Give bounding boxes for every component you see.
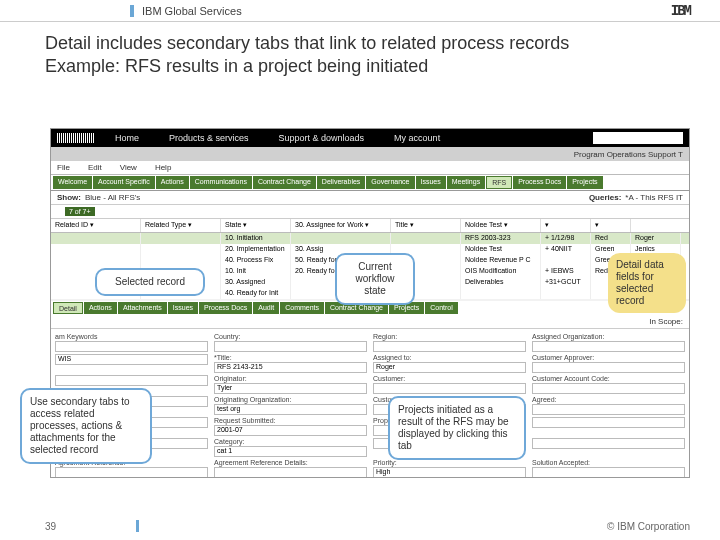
menu-view[interactable]: View (120, 163, 137, 172)
menu-file[interactable]: File (57, 163, 70, 172)
ibm-logo: IBM (671, 3, 690, 19)
form-field: Customer Account Code: (532, 375, 685, 394)
tab-process-docs[interactable]: Process Docs (513, 176, 566, 189)
col-header[interactable]: Related Type ▾ (141, 219, 221, 232)
subtab-issues[interactable]: Issues (168, 302, 198, 314)
search-input[interactable] (593, 132, 683, 144)
form-input[interactable] (532, 467, 685, 478)
page-number: 39 (45, 521, 56, 532)
form-field: am Keywords (55, 333, 208, 352)
form-input[interactable] (532, 362, 685, 373)
scope-label: In Scope: (649, 317, 683, 326)
queries-label: Queries: (589, 193, 621, 202)
nav-account[interactable]: My account (394, 133, 440, 143)
count-row: 7 of 7+ (51, 205, 689, 219)
tab-issues[interactable]: Issues (416, 176, 446, 189)
form-field (532, 438, 685, 457)
program-title: Program Operations Support T (574, 150, 683, 159)
tab-account-specific[interactable]: Account Specific (93, 176, 155, 189)
form-field: Request Submitted:2001-07 (214, 417, 367, 436)
tab-actions[interactable]: Actions (156, 176, 189, 189)
form-field: Assigned Organization: (532, 333, 685, 352)
menu-help[interactable]: Help (155, 163, 171, 172)
form-input[interactable] (532, 438, 685, 449)
slide-title: Detail includes secondary tabs that link… (0, 22, 720, 81)
title-line-2: Example: RFS results in a project being … (45, 55, 680, 78)
form-input[interactable] (55, 341, 208, 352)
nav-products[interactable]: Products & services (169, 133, 249, 143)
subtab-control[interactable]: Control (425, 302, 458, 314)
filter-row: Show: Blue - All RFS's Queries: *A - Thi… (51, 191, 689, 205)
tab-projects[interactable]: Projects (567, 176, 602, 189)
tab-contract-change[interactable]: Contract Change (253, 176, 316, 189)
form-input[interactable]: RFS 2143-215 (214, 362, 367, 373)
slide-header: IBM Global Services IBM (0, 0, 720, 22)
form-input[interactable] (214, 467, 367, 478)
form-input[interactable]: 2001-07 (214, 425, 367, 436)
callout-workflow-state: Current workflow state (335, 253, 415, 305)
subtab-audit[interactable]: Audit (253, 302, 279, 314)
col-header[interactable]: Related ID ▾ (51, 219, 141, 232)
slide-footer: 39 © IBM Corporation (0, 520, 720, 532)
show-value[interactable]: Blue - All RFS's (85, 193, 140, 202)
form-input[interactable]: Roger (373, 362, 526, 373)
form-input[interactable]: High (373, 467, 526, 478)
form-field: Solution Accepted: (532, 459, 685, 478)
table-row[interactable]: 10. InitiationRFS 2003-323+ 1/12/98RedRo… (51, 233, 689, 244)
col-header[interactable]: ▾ (591, 219, 631, 232)
ibm-logo-small (57, 133, 95, 143)
tab-governance[interactable]: Governance (366, 176, 414, 189)
form-field: Originating Organization:test org (214, 396, 367, 415)
tab-rfs[interactable]: RFS (486, 176, 512, 189)
tab-communications[interactable]: Communications (190, 176, 252, 189)
nav-home[interactable]: Home (115, 133, 139, 143)
form-input[interactable] (55, 375, 208, 386)
footer-accent (136, 520, 139, 532)
form-input[interactable]: test org (214, 404, 367, 415)
form-input[interactable] (532, 341, 685, 352)
subtab-process-docs[interactable]: Process Docs (199, 302, 252, 314)
menu-edit[interactable]: Edit (88, 163, 102, 172)
form-field: Originator:Tyler (214, 375, 367, 394)
show-label: Show: (57, 193, 81, 202)
col-header[interactable]: Title ▾ (391, 219, 461, 232)
subtab-detail[interactable]: Detail (53, 302, 83, 314)
subtab-comments[interactable]: Comments (280, 302, 324, 314)
form-field: Region: (373, 333, 526, 352)
form-input[interactable]: WIS (55, 354, 208, 365)
col-header[interactable]: ▾ (541, 219, 591, 232)
subtab-attachments[interactable]: Attachments (118, 302, 167, 314)
top-nav: Home Products & services Support & downl… (115, 133, 440, 143)
form-field: *Title:RFS 2143-215 (214, 354, 367, 373)
col-header[interactable]: State ▾ (221, 219, 291, 232)
form-field: Agreement Reference Details: (214, 459, 367, 478)
nav-support[interactable]: Support & downloads (279, 133, 365, 143)
form-input[interactable] (532, 417, 685, 428)
callout-detail-fields: Detail data fields for selected record (608, 253, 686, 313)
form-field: Category:cat 1 (214, 438, 367, 457)
menu-bar: File Edit View Help (51, 161, 689, 175)
app-topbar: Home Products & services Support & downl… (51, 129, 689, 147)
form-input[interactable]: cat 1 (214, 446, 367, 457)
form-field: Agreed: (532, 396, 685, 415)
tab-welcome[interactable]: Welcome (53, 176, 92, 189)
form-input[interactable] (55, 467, 208, 478)
tab-deliverables[interactable]: Deliverables (317, 176, 366, 189)
form-input[interactable] (532, 383, 685, 394)
queries-value[interactable]: *A - This RFS IT (625, 193, 683, 202)
subtab-actions[interactable]: Actions (84, 302, 117, 314)
form-input[interactable] (373, 383, 526, 394)
form-input[interactable] (373, 341, 526, 352)
form-input[interactable] (532, 404, 685, 415)
form-input[interactable]: Tyler (214, 383, 367, 394)
breadcrumb-bar: Program Operations Support T (51, 147, 689, 161)
copyright: © IBM Corporation (607, 521, 690, 532)
form-field (532, 417, 685, 436)
callout-selected-record: Selected record (95, 268, 205, 296)
form-input[interactable] (214, 341, 367, 352)
scope-row: In Scope: (51, 315, 689, 329)
col-header[interactable]: 30. Assignee for Work ▾ (291, 219, 391, 232)
tab-meetings[interactable]: Meetings (447, 176, 485, 189)
record-count: 7 of 7+ (65, 207, 95, 216)
col-header[interactable]: Noldee Test ▾ (461, 219, 541, 232)
